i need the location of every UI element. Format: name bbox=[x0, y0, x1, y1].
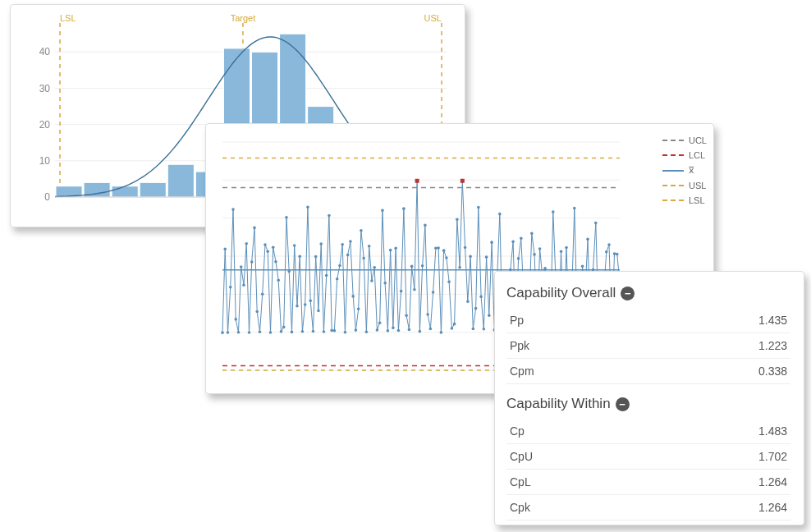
svg-point-134 bbox=[464, 246, 467, 250]
svg-point-160 bbox=[533, 253, 536, 256]
svg-point-144 bbox=[490, 241, 493, 244]
svg-point-117 bbox=[419, 330, 422, 333]
collapse-icon[interactable]: − bbox=[621, 287, 635, 300]
svg-point-97 bbox=[365, 330, 369, 333]
legend-ucl: UCL bbox=[689, 135, 707, 145]
svg-point-76 bbox=[309, 299, 312, 302]
svg-point-130 bbox=[453, 323, 456, 326]
stat-value: 1.702 bbox=[636, 444, 790, 470]
svg-text:0: 0 bbox=[44, 191, 50, 203]
stat-label: CpL bbox=[506, 470, 636, 495]
svg-point-109 bbox=[397, 329, 401, 332]
svg-point-90 bbox=[346, 254, 350, 257]
svg-point-141 bbox=[483, 328, 486, 331]
svg-rect-19 bbox=[140, 182, 166, 197]
svg-point-170 bbox=[560, 250, 563, 253]
svg-point-110 bbox=[400, 290, 403, 293]
svg-point-87 bbox=[338, 264, 341, 268]
svg-point-167 bbox=[552, 210, 555, 213]
svg-point-129 bbox=[451, 327, 454, 330]
svg-point-77 bbox=[312, 330, 315, 333]
svg-point-47 bbox=[231, 208, 235, 211]
svg-point-60 bbox=[266, 250, 269, 253]
svg-point-46 bbox=[229, 286, 232, 289]
capability-overall-table: Pp1.435 Ppk1.223 Cpm0.338 bbox=[506, 308, 790, 384]
svg-point-101 bbox=[376, 328, 379, 332]
svg-point-131 bbox=[456, 218, 459, 221]
svg-point-53 bbox=[248, 331, 251, 334]
svg-point-96 bbox=[362, 257, 365, 260]
capability-within-title: Capability Within bbox=[506, 396, 611, 412]
svg-text:USL: USL bbox=[424, 13, 442, 23]
svg-point-111 bbox=[402, 207, 406, 210]
capability-overall-heading[interactable]: Capability Overall − bbox=[506, 285, 790, 301]
svg-point-147 bbox=[498, 213, 502, 216]
svg-point-106 bbox=[389, 249, 392, 252]
svg-point-108 bbox=[394, 246, 397, 250]
svg-point-62 bbox=[272, 246, 275, 250]
svg-point-107 bbox=[392, 327, 395, 330]
svg-point-105 bbox=[387, 329, 390, 332]
svg-point-154 bbox=[517, 257, 520, 260]
svg-point-68 bbox=[287, 270, 291, 273]
svg-point-84 bbox=[330, 329, 333, 332]
svg-point-44 bbox=[223, 248, 227, 251]
svg-point-124 bbox=[437, 246, 440, 250]
svg-point-67 bbox=[285, 216, 288, 219]
svg-point-48 bbox=[234, 318, 237, 321]
svg-point-86 bbox=[336, 277, 339, 281]
svg-point-113 bbox=[408, 328, 411, 332]
svg-point-73 bbox=[301, 330, 305, 333]
svg-point-70 bbox=[293, 244, 296, 247]
svg-point-82 bbox=[325, 274, 328, 277]
svg-point-49 bbox=[237, 331, 241, 334]
stat-label: Cp bbox=[506, 419, 636, 444]
svg-point-91 bbox=[349, 240, 352, 243]
svg-point-118 bbox=[421, 264, 424, 268]
capability-within-table: Cp1.483 CpU1.702 CpL1.264 Cpk1.264 bbox=[506, 419, 790, 521]
svg-point-190 bbox=[613, 252, 616, 255]
svg-point-139 bbox=[477, 206, 480, 209]
svg-point-55 bbox=[253, 227, 256, 230]
svg-point-125 bbox=[440, 331, 443, 334]
capability-card: Capability Overall − Pp1.435 Ppk1.223 Cp… bbox=[494, 271, 804, 525]
svg-point-178 bbox=[581, 264, 584, 268]
svg-point-102 bbox=[378, 321, 382, 324]
svg-point-138 bbox=[474, 307, 478, 310]
svg-point-65 bbox=[280, 330, 283, 333]
svg-point-137 bbox=[472, 328, 475, 331]
stat-label: Pp bbox=[506, 308, 639, 333]
svg-point-94 bbox=[357, 308, 360, 311]
svg-text:40: 40 bbox=[39, 46, 51, 57]
svg-point-104 bbox=[383, 282, 387, 285]
svg-point-63 bbox=[274, 260, 277, 264]
svg-point-119 bbox=[424, 224, 427, 227]
stat-label: CpU bbox=[506, 444, 636, 470]
svg-point-58 bbox=[261, 293, 264, 296]
svg-point-99 bbox=[370, 279, 373, 282]
svg-point-88 bbox=[341, 243, 344, 246]
capability-within-heading[interactable]: Capability Within − bbox=[506, 396, 790, 412]
legend-lsl: LSL bbox=[689, 195, 705, 205]
stat-label: Ppk bbox=[506, 333, 639, 359]
svg-point-45 bbox=[227, 331, 230, 334]
svg-point-132 bbox=[458, 266, 461, 269]
svg-point-69 bbox=[291, 331, 294, 334]
svg-point-135 bbox=[466, 300, 470, 303]
stat-value: 1.264 bbox=[636, 470, 790, 495]
svg-point-191 bbox=[616, 253, 619, 256]
svg-point-93 bbox=[355, 328, 358, 332]
svg-point-172 bbox=[565, 246, 568, 250]
svg-point-61 bbox=[269, 331, 273, 334]
svg-point-83 bbox=[328, 214, 331, 218]
stat-value: 1.435 bbox=[639, 308, 790, 333]
svg-point-136 bbox=[469, 255, 472, 259]
collapse-icon[interactable]: − bbox=[616, 397, 630, 411]
svg-point-103 bbox=[381, 209, 384, 213]
svg-point-140 bbox=[479, 296, 483, 299]
svg-point-142 bbox=[485, 255, 488, 259]
stat-value: 1.483 bbox=[636, 419, 790, 444]
stat-value: 1.264 bbox=[636, 495, 790, 521]
capability-overall-title: Capability Overall bbox=[506, 285, 616, 301]
svg-point-59 bbox=[263, 243, 267, 246]
